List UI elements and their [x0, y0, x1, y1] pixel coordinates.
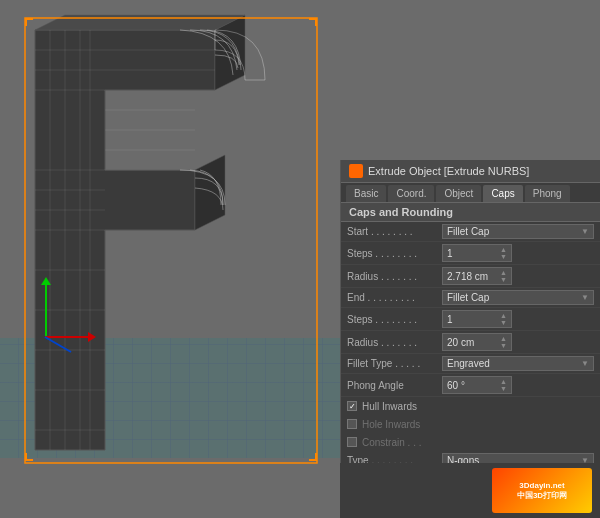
radius-start-spinner[interactable]: ▲ ▼: [500, 269, 507, 283]
tab-bar: Basic Coord. Object Caps Phong: [341, 183, 600, 203]
start-dropdown[interactable]: Fillet Cap ▼: [442, 224, 594, 239]
hull-inwards-row: Hull Inwards: [341, 397, 600, 415]
steps-end-spinner[interactable]: ▲ ▼: [500, 312, 507, 326]
end-label: End . . . . . . . . .: [347, 292, 442, 303]
steps-start-label: Steps . . . . . . . .: [347, 248, 442, 259]
steps-start-row: Steps . . . . . . . . 1 ▲ ▼: [341, 242, 600, 265]
up-arrow-5[interactable]: ▲: [500, 378, 507, 385]
3d-letter-container: [15, 10, 325, 470]
hole-inwards-row: Hole Inwards: [341, 415, 600, 433]
up-arrow-4[interactable]: ▲: [500, 335, 507, 342]
tab-phong[interactable]: Phong: [525, 185, 570, 202]
phong-angle-spinner[interactable]: ▲ ▼: [500, 378, 507, 392]
steps-start-input[interactable]: 1 ▲ ▼: [442, 244, 512, 262]
up-arrow[interactable]: ▲: [500, 246, 507, 253]
y-axis: [45, 283, 47, 338]
steps-start-spinner[interactable]: ▲ ▼: [500, 246, 507, 260]
radius-start-label: Radius . . . . . . .: [347, 271, 442, 282]
axes-indicator: [30, 268, 80, 338]
panel-title-bar: Extrude Object [Extrude NURBS]: [341, 160, 600, 183]
end-dropdown-arrow: ▼: [581, 293, 589, 302]
panel-title-text: Extrude Object [Extrude NURBS]: [368, 165, 529, 177]
phong-angle-label: Phong Angle: [347, 380, 442, 391]
fillet-dropdown-arrow: ▼: [581, 359, 589, 368]
tab-coord[interactable]: Coord.: [388, 185, 434, 202]
down-arrow-3[interactable]: ▼: [500, 319, 507, 326]
watermark-line1: 3Ddayin.net: [517, 481, 567, 490]
up-arrow-2[interactable]: ▲: [500, 269, 507, 276]
hull-inwards-checkbox[interactable]: [347, 401, 357, 411]
hole-inwards-checkbox[interactable]: [347, 419, 357, 429]
viewport: Extrude Object [Extrude NURBS] Basic Coo…: [0, 0, 600, 518]
phong-angle-input[interactable]: 60 ° ▲ ▼: [442, 376, 512, 394]
down-arrow[interactable]: ▼: [500, 253, 507, 260]
down-arrow-2[interactable]: ▼: [500, 276, 507, 283]
steps-end-row: Steps . . . . . . . . 1 ▲ ▼: [341, 308, 600, 331]
hole-inwards-label: Hole Inwards: [362, 419, 420, 430]
radius-end-label: Radius . . . . . . .: [347, 337, 442, 348]
extrude-icon: [349, 164, 363, 178]
x-axis: [45, 336, 90, 338]
fillet-type-label: Fillet Type . . . . .: [347, 358, 442, 369]
hull-inwards-label: Hull Inwards: [362, 401, 417, 412]
steps-end-label: Steps . . . . . . . .: [347, 314, 442, 325]
watermark-logo: 3Ddayin.net 中国3D打印网: [492, 468, 592, 513]
section-caps-rounding: Caps and Rounding: [341, 203, 600, 222]
constrain-row: Constrain . . .: [341, 433, 600, 451]
start-label: Start . . . . . . . .: [347, 226, 442, 237]
radius-end-spinner[interactable]: ▲ ▼: [500, 335, 507, 349]
svg-marker-3: [195, 155, 225, 230]
start-dropdown-arrow: ▼: [581, 227, 589, 236]
fillet-type-dropdown[interactable]: Engraved ▼: [442, 356, 594, 371]
watermark-area: 3Ddayin.net 中国3D打印网: [340, 463, 600, 518]
radius-end-row: Radius . . . . . . . 20 cm ▲ ▼: [341, 331, 600, 354]
tab-caps[interactable]: Caps: [483, 185, 522, 202]
end-property-row: End . . . . . . . . . Fillet Cap ▼: [341, 288, 600, 308]
fillet-type-row: Fillet Type . . . . . Engraved ▼: [341, 354, 600, 374]
svg-rect-25: [25, 18, 27, 26]
properties-panel: Extrude Object [Extrude NURBS] Basic Coo…: [340, 160, 600, 515]
end-dropdown[interactable]: Fillet Cap ▼: [442, 290, 594, 305]
start-property-row: Start . . . . . . . . Fillet Cap ▼: [341, 222, 600, 242]
up-arrow-3[interactable]: ▲: [500, 312, 507, 319]
svg-marker-0: [35, 30, 215, 450]
down-arrow-5[interactable]: ▼: [500, 385, 507, 392]
constrain-checkbox[interactable]: [347, 437, 357, 447]
constrain-label: Constrain . . .: [362, 437, 421, 448]
radius-start-input[interactable]: 2.718 cm ▲ ▼: [442, 267, 512, 285]
svg-rect-27: [315, 18, 317, 26]
steps-end-input[interactable]: 1 ▲ ▼: [442, 310, 512, 328]
3d-letter-svg: [15, 10, 325, 470]
down-arrow-4[interactable]: ▼: [500, 342, 507, 349]
phong-angle-row: Phong Angle 60 ° ▲ ▼: [341, 374, 600, 397]
svg-rect-29: [25, 453, 27, 461]
svg-rect-31: [315, 453, 317, 461]
tab-basic[interactable]: Basic: [346, 185, 386, 202]
radius-end-input[interactable]: 20 cm ▲ ▼: [442, 333, 512, 351]
watermark-line2: 中国3D打印网: [517, 490, 567, 501]
tab-object[interactable]: Object: [436, 185, 481, 202]
radius-start-row: Radius . . . . . . . 2.718 cm ▲ ▼: [341, 265, 600, 288]
